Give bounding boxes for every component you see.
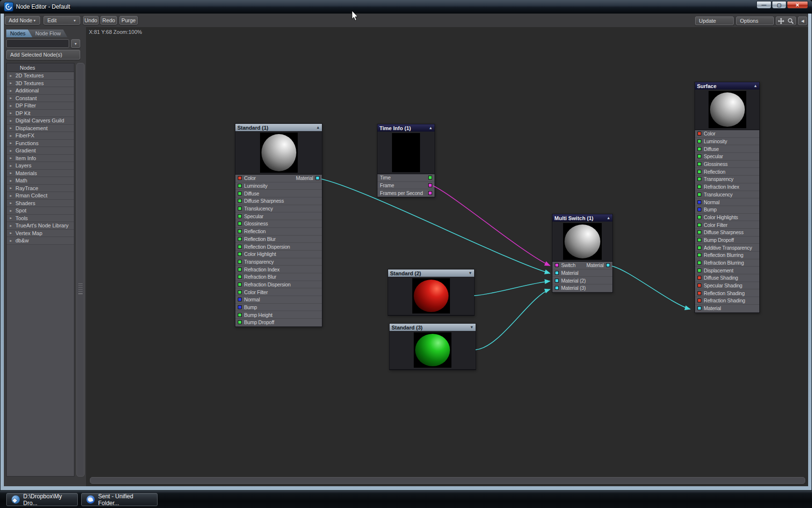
sidebar-item-spot[interactable]: ►Spot xyxy=(7,207,74,215)
sidebar-item-trueart-s-node-library[interactable]: ►TrueArt's Node Library xyxy=(7,222,74,230)
sidebar-item-2d-textures[interactable]: ►2D Textures xyxy=(7,72,74,80)
add-selected-nodes-button[interactable]: Add Selected Node(s) xyxy=(6,50,80,60)
minimize-button[interactable]: — xyxy=(756,1,771,9)
sidebar-item-shaders[interactable]: ►Shaders xyxy=(7,200,74,208)
sidebar-item-rman-collect[interactable]: ►Rman Collect xyxy=(7,192,74,200)
input-connector[interactable] xyxy=(697,162,701,166)
sidebar-item-math[interactable]: ►Math xyxy=(7,177,74,185)
sidebar-item-db-w[interactable]: ►db&w xyxy=(7,237,74,245)
collapse-arrow-icon[interactable]: ▲ xyxy=(316,125,320,130)
input-connector[interactable] xyxy=(697,291,701,295)
input-connector[interactable] xyxy=(555,263,559,267)
expand-arrow-icon[interactable]: ► xyxy=(9,149,13,152)
node-search-input[interactable] xyxy=(6,39,69,48)
expand-arrow-icon[interactable]: ► xyxy=(9,96,13,100)
canvas-horizontal-scrollbar[interactable] xyxy=(90,477,805,484)
input-connector[interactable] xyxy=(697,132,701,135)
sidebar-item-layers[interactable]: ►Layers xyxy=(7,162,74,170)
collapse-arrow-icon[interactable]: ▲ xyxy=(429,126,433,130)
input-connector[interactable] xyxy=(238,305,242,309)
sidebar-splitter-scrollbar[interactable] xyxy=(76,63,85,477)
input-connector[interactable] xyxy=(697,193,701,196)
input-connector[interactable] xyxy=(238,268,242,271)
collapse-arrow-icon[interactable]: ▼ xyxy=(470,325,474,329)
sidebar-item-functions[interactable]: ►Functions xyxy=(7,140,74,148)
input-connector[interactable] xyxy=(238,275,242,279)
input-connector[interactable] xyxy=(697,170,701,174)
expand-arrow-icon[interactable]: ► xyxy=(9,111,13,115)
input-connector[interactable] xyxy=(697,246,701,250)
tab-node-flow[interactable]: Node Flow xyxy=(29,30,68,37)
expand-arrow-icon[interactable]: ► xyxy=(9,186,13,190)
maximize-button[interactable]: ▢ xyxy=(772,1,786,9)
expand-arrow-icon[interactable]: ► xyxy=(9,239,13,242)
input-connector[interactable] xyxy=(238,192,242,195)
input-connector[interactable] xyxy=(697,154,701,158)
sidebar-item-fiberfx[interactable]: ►FiberFX xyxy=(7,132,74,140)
expand-arrow-icon[interactable]: ► xyxy=(9,231,13,235)
expand-arrow-icon[interactable]: ► xyxy=(9,216,13,220)
input-connector[interactable] xyxy=(697,230,701,234)
expand-arrow-icon[interactable]: ► xyxy=(9,209,13,212)
input-connector[interactable] xyxy=(697,147,701,151)
sidebar-item-dp-filter[interactable]: ►DP Filter xyxy=(7,102,74,110)
taskbar-item-thunderbird[interactable]: Sent - Unified Folder... xyxy=(81,493,158,506)
input-connector[interactable] xyxy=(697,299,701,302)
pan-icon[interactable] xyxy=(778,17,784,25)
output-connector[interactable] xyxy=(606,263,610,267)
expand-arrow-icon[interactable]: ► xyxy=(9,179,13,182)
input-connector[interactable] xyxy=(238,176,242,180)
expand-arrow-icon[interactable]: ► xyxy=(9,164,13,167)
sidebar-item-vertex-map[interactable]: ►Vertex Map xyxy=(7,230,74,238)
sidebar-item-digital-carvers-guild[interactable]: ►Digital Carvers Guild xyxy=(7,117,74,125)
input-connector[interactable] xyxy=(697,276,701,280)
input-connector[interactable] xyxy=(697,238,701,242)
edit-dropdown[interactable]: Edit ▼ xyxy=(44,16,80,25)
redo-button[interactable]: Redo xyxy=(101,16,117,25)
sidebar-item-raytrace[interactable]: ►RayTrace xyxy=(7,185,74,193)
node-surface[interactable]: Surface▲ ColorLuminosityDiffuseSpecularG… xyxy=(695,82,760,313)
output-connector[interactable] xyxy=(428,183,432,187)
expand-arrow-icon[interactable]: ► xyxy=(9,74,13,77)
input-connector[interactable] xyxy=(697,208,701,211)
expand-arrow-icon[interactable]: ► xyxy=(9,194,13,197)
input-connector[interactable] xyxy=(555,279,559,283)
add-node-dropdown[interactable]: Add Node ▼ xyxy=(5,16,40,25)
collapse-arrow-icon[interactable]: ▼ xyxy=(468,271,472,275)
input-connector[interactable] xyxy=(697,185,701,189)
sidebar-item-dp-kit[interactable]: ►DP Kit xyxy=(7,110,74,118)
input-connector[interactable] xyxy=(697,261,701,265)
input-connector[interactable] xyxy=(697,284,701,287)
pan-zoom-button-group[interactable] xyxy=(776,16,796,25)
tab-nodes[interactable]: Nodes xyxy=(6,30,32,37)
input-connector[interactable] xyxy=(238,290,242,294)
collapse-arrow-icon[interactable]: ▲ xyxy=(607,216,610,220)
sidebar-item-constant[interactable]: ►Constant xyxy=(7,95,74,103)
sidebar-item-materials[interactable]: ►Materials xyxy=(7,170,74,178)
input-connector[interactable] xyxy=(238,313,242,317)
collapse-arrow-icon[interactable]: ▲ xyxy=(754,84,757,88)
expand-arrow-icon[interactable]: ► xyxy=(9,89,13,92)
sidebar-item-3d-textures[interactable]: ►3D Textures xyxy=(7,80,74,88)
output-connector[interactable] xyxy=(428,191,432,195)
input-connector[interactable] xyxy=(697,139,701,143)
undo-button[interactable]: Undo xyxy=(83,16,99,25)
expand-arrow-icon[interactable]: ► xyxy=(9,119,13,122)
sidebar-item-tools[interactable]: ►Tools xyxy=(7,215,74,223)
input-connector[interactable] xyxy=(697,306,701,310)
input-connector[interactable] xyxy=(238,229,242,233)
input-connector[interactable] xyxy=(697,269,701,272)
sidebar-item-displacement[interactable]: ►Displacement xyxy=(7,125,74,133)
splitter-grip[interactable] xyxy=(78,284,83,294)
input-connector[interactable] xyxy=(697,223,701,227)
input-connector[interactable] xyxy=(238,298,242,301)
output-connector[interactable] xyxy=(428,176,432,179)
purge-button[interactable]: Purge xyxy=(119,16,138,25)
input-connector[interactable] xyxy=(238,237,242,241)
taskbar-item-dropbox[interactable]: D:\Dropbox\My Dro... xyxy=(6,493,78,506)
input-connector[interactable] xyxy=(238,260,242,264)
node-standard-3[interactable]: Standard (3)▼ xyxy=(389,323,476,370)
expand-arrow-icon[interactable]: ► xyxy=(9,171,13,175)
close-button[interactable]: ✕ xyxy=(787,1,808,9)
input-connector[interactable] xyxy=(697,215,701,219)
